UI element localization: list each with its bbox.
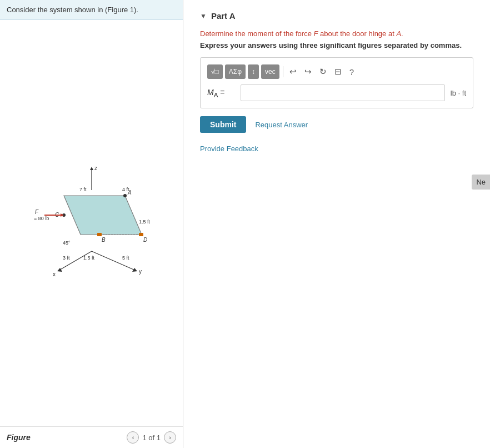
submit-button[interactable]: Submit [200, 116, 246, 133]
sigma-button[interactable]: AΣφ [225, 64, 246, 79]
updown-icon: ↕ [252, 68, 255, 76]
figure-title: Figure [7, 433, 31, 442]
figure-area: z x y A B C [0, 20, 183, 448]
vec-label: vec [265, 68, 276, 76]
updown-button[interactable]: ↕ [248, 64, 259, 79]
input-row: MA = lb · ft [207, 84, 466, 101]
svg-rect-30 [97, 233, 102, 236]
figure-header: Figure ‹ 1 of 1 › [0, 426, 183, 448]
redo-button[interactable]: ↪ [302, 64, 314, 79]
figure-next-button[interactable]: › [164, 431, 176, 444]
provide-feedback-link[interactable]: Provide Feedback [200, 145, 258, 153]
keyboard-button[interactable]: ⊟ [332, 64, 344, 79]
question-primary: Determine the moment of the force F abou… [200, 29, 473, 38]
sqrt-button[interactable]: √□ [207, 64, 223, 79]
problem-text: Consider the system shown in (Figure 1). [7, 6, 138, 14]
svg-text:1.5 ft: 1.5 ft [83, 255, 95, 261]
svg-text:D: D [143, 237, 147, 243]
svg-text:B: B [102, 237, 106, 243]
sigma-icon: AΣφ [229, 68, 242, 76]
svg-line-3 [58, 251, 92, 271]
vec-button[interactable]: vec [261, 64, 279, 79]
svg-text:5 ft: 5 ft [122, 255, 129, 261]
sqrt-icon: √□ [211, 68, 219, 76]
part-header: ▼ Part A [200, 11, 473, 21]
svg-text:4 ft: 4 ft [122, 187, 129, 192]
svg-text:7 ft: 7 ft [79, 187, 87, 192]
input-unit: lb · ft [451, 89, 466, 97]
problem-statement: Consider the system shown in (Figure 1). [0, 0, 183, 20]
svg-text:3 ft: 3 ft [63, 255, 70, 261]
figure-diagram: z x y A B C [14, 162, 169, 285]
refresh-button[interactable]: ↻ [317, 64, 329, 79]
svg-line-6 [92, 251, 136, 271]
svg-text:x: x [53, 271, 56, 277]
svg-text:y: y [139, 268, 142, 275]
right-panel: ▼ Part A Determine the moment of the for… [183, 0, 490, 448]
svg-text:z: z [94, 165, 97, 171]
answer-input[interactable] [241, 84, 445, 101]
help-button[interactable]: ? [347, 64, 357, 79]
undo-button[interactable]: ↩ [287, 64, 299, 79]
svg-text:45°: 45° [63, 240, 71, 246]
part-label: Part A [211, 11, 236, 21]
toolbar: √□ AΣφ ↕ vec ↩ ↪ ↻ ⊟ ? [207, 64, 466, 79]
svg-rect-31 [139, 233, 143, 236]
svg-marker-7 [132, 268, 137, 272]
figure-image-container: z x y A B C [0, 20, 183, 426]
svg-text:F: F [35, 209, 39, 215]
toolbar-separator [283, 66, 283, 77]
input-label: MA = [207, 88, 235, 98]
part-toggle-icon[interactable]: ▼ [200, 12, 207, 20]
svg-point-10 [123, 194, 127, 197]
figure-prev-button[interactable]: ‹ [127, 431, 139, 444]
left-panel: Consider the system shown in (Figure 1).… [0, 0, 183, 448]
figure-page-indicator: 1 of 1 [142, 434, 161, 442]
figure-navigation: ‹ 1 of 1 › [127, 431, 176, 444]
question-secondary: Express your answers using three signifi… [200, 41, 473, 49]
svg-text:= 80 lb: = 80 lb [34, 216, 49, 221]
svg-text:1.5 ft: 1.5 ft [139, 219, 151, 225]
action-row: Submit Request Answer [200, 116, 473, 133]
request-answer-link[interactable]: Request Answer [255, 121, 308, 129]
answer-box: √□ AΣφ ↕ vec ↩ ↪ ↻ ⊟ ? MA = lb · ft [200, 57, 473, 108]
svg-marker-1 [90, 167, 93, 170]
svg-marker-9 [64, 196, 142, 235]
next-button[interactable]: Ne [472, 175, 490, 190]
